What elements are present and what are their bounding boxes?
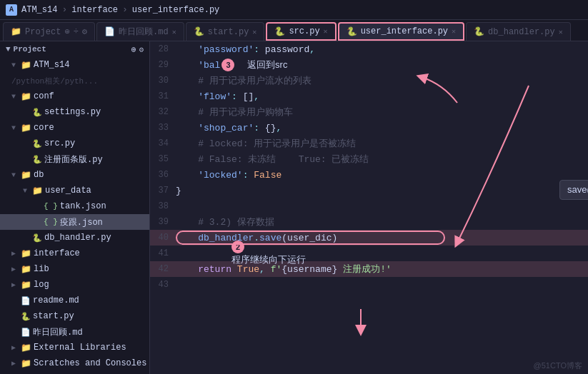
code-line-33: 33 'shop_car': {}, <box>150 120 588 136</box>
tree-item-db[interactable]: ▼ 📁 db <box>0 167 149 183</box>
sidebar[interactable]: ▼ Project ⊕ ⚙ ▼ 📁 ATM_s14 /python相关/pyth… <box>0 41 150 374</box>
tree-item-userdata[interactable]: ▼ 📁 user_data <box>0 183 149 198</box>
tab-bar: 📁 Project ⊕ ÷ ⚙ 📄 昨日回顾.md ✕ 🐍 start.py ✕… <box>0 20 588 41</box>
code-line-35: 35 # False: 未冻结 True: 已被冻结 <box>150 151 588 167</box>
tree-item-zuori[interactable]: 📄 昨日回顾.md <box>0 324 149 340</box>
main-layout: ▼ Project ⊕ ⚙ ▼ 📁 ATM_s14 /python相关/pyth… <box>0 41 588 374</box>
tab-close-start[interactable]: ✕ <box>252 28 256 36</box>
tree-item-register[interactable]: 🐍 注册面条版.py <box>0 151 149 167</box>
tree-item-srcpy[interactable]: 🐍 src.py <box>0 136 149 151</box>
chevron-down-icon: ▼ <box>6 45 11 54</box>
tree-item-yigen[interactable]: { } 疫跟.json <box>0 214 149 230</box>
app-icon: A <box>6 4 17 16</box>
tree-item-interface[interactable]: ▶ 📁 interface <box>0 246 149 261</box>
code-line-40: 40 db_handler.save(user_dic) <box>150 230 588 246</box>
tab-close-db[interactable]: ✕ <box>559 28 563 36</box>
tab-user-interface[interactable]: 🐍 user_interface.py ✕ <box>338 22 464 41</box>
folder-icon: 📁 <box>21 60 31 71</box>
code-line-34: 34 # locked: 用于记录用户是否被冻结 <box>150 136 588 151</box>
tooltip-save: save()功能实现 <box>559 180 588 200</box>
tab-src[interactable]: 🐍 src.py ✕ <box>266 22 336 41</box>
tree-item-dbhandler[interactable]: 🐍 db_handler.py <box>0 230 149 246</box>
tree-item-extlib[interactable]: ▶ 📁 External Libraries <box>0 340 149 355</box>
py-icon-db: 🐍 <box>474 26 484 37</box>
expand-icon: ▼ <box>11 61 19 69</box>
plus-icon: ⊕ <box>131 45 136 54</box>
project-icon: 📁 <box>11 26 21 37</box>
code-area: 28 'password': password, 29 'bal3 返回到src… <box>150 41 588 374</box>
code-line-38: 38 <box>150 198 588 214</box>
md-icon: 📄 <box>104 26 115 37</box>
tab-start[interactable]: 🐍 start.py ✕ <box>186 22 265 41</box>
tree-item-lib[interactable]: ▶ 📁 lib <box>0 261 149 277</box>
tree-item-core[interactable]: ▼ 📁 core <box>0 120 149 136</box>
code-line-36: 36 'locked': False <box>150 167 588 183</box>
project-section: ▼ Project ⊕ ⚙ <box>0 41 149 57</box>
tab-huidao[interactable]: 📄 昨日回顾.md ✕ <box>96 22 184 41</box>
code-line-30: 30 # 用于记录用户流水的列表 <box>150 73 588 89</box>
tree-item-readme[interactable]: 📄 readme.md <box>0 293 149 308</box>
annotation-1: 1 save()功能实现 <box>559 183 574 197</box>
title-app: ATM_s14 <box>21 5 57 15</box>
py-icon: 🐍 <box>194 26 204 37</box>
code-line-31: 31 'flow': [], <box>150 89 588 104</box>
tab-project[interactable]: 📁 Project ⊕ ÷ ⚙ <box>3 22 95 41</box>
tab-close-huidao[interactable]: ✕ <box>172 28 176 36</box>
code-line-28: 28 'password': password, <box>150 41 588 57</box>
tree-item-startpy[interactable]: 🐍 start.py <box>0 308 149 324</box>
code-line-43: 43 <box>150 277 588 293</box>
tab-close-ui[interactable]: ✕ <box>452 27 456 36</box>
code-line-29: 29 'bal3 返回到src <box>150 57 588 73</box>
title-folder: interface <box>71 5 118 15</box>
code-line-39: 39 # 3.2) 保存数据 <box>150 214 588 230</box>
tab-db-handler[interactable]: 🐍 db_handler.py ✕ <box>466 22 571 41</box>
code-line-41: 41 2 程序继续向下运行 <box>150 246 588 261</box>
tree-item-log[interactable]: ▶ 📁 log <box>0 277 149 293</box>
watermark: @51CTO博客 <box>534 360 582 371</box>
code-line-32: 32 # 用于记录用户购物车 <box>150 104 588 120</box>
tree-item-tank[interactable]: { } tank.json <box>0 198 149 214</box>
title-file: user_interface.py <box>132 5 219 15</box>
tree-item-settings[interactable]: 🐍 settings.py <box>0 104 149 120</box>
tree-item-atm[interactable]: ▼ 📁 ATM_s14 <box>0 57 149 73</box>
title-bar: A ATM_s14 › interface › user_interface.p… <box>0 0 588 20</box>
py-icon-ui: 🐍 <box>347 26 357 37</box>
settings-icon: ⚙ <box>139 45 144 54</box>
tab-close-src[interactable]: ✕ <box>324 27 328 36</box>
code-line-37: 37 } 1 save()功能实现 <box>150 183 588 198</box>
tree-item-scratches[interactable]: ▶ 📁 Scratches and Consoles <box>0 355 149 371</box>
code-editor: 28 'password': password, 29 'bal3 返回到src… <box>150 41 588 374</box>
tree-item-conf[interactable]: ▼ 📁 conf <box>0 89 149 104</box>
py-icon-src: 🐍 <box>274 26 285 37</box>
tree-item-path: /python相关/pyth... <box>0 73 149 89</box>
code-line-42: 42 return True, f'{username} 注册成功!' <box>150 261 588 277</box>
